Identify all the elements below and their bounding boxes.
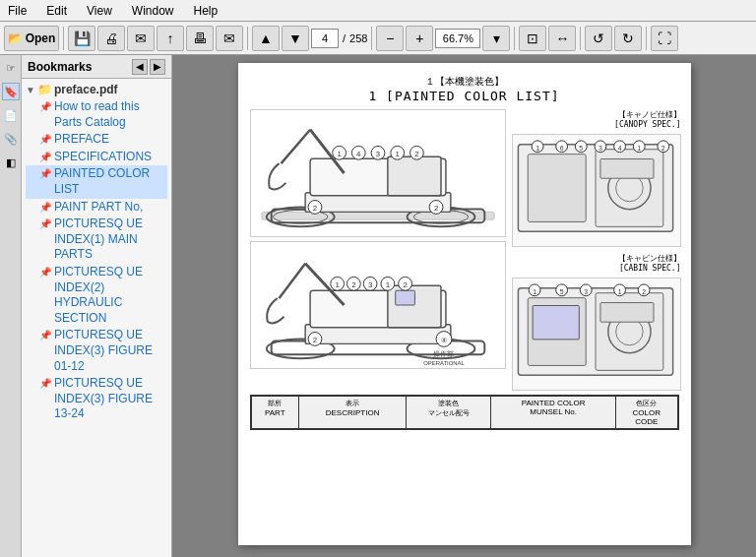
- bookmark-picturesq-3a[interactable]: 📌 PICTURESQ UE INDEX(3) FIGURE 01-12: [26, 327, 167, 375]
- chevron-down-icon: ▾: [493, 31, 500, 46]
- toolbar: 📂 Open 💾 🖨 ✉ ↑ 🖶 ✉ ▲ ▼ / 258 − + ▾ ⊡ ↔ ↺…: [0, 22, 756, 55]
- canopy-detail-diagram: 1 6 5 3 4 1 2: [512, 134, 681, 247]
- svg-rect-55: [599, 159, 653, 179]
- toolbar-separator-5: [580, 27, 581, 50]
- zoom-in-icon: +: [415, 31, 423, 46]
- bookmark-file-root[interactable]: ▼ 📁 preface.pdf: [26, 83, 167, 96]
- right-diagrams: 【キャノピ仕様】 [CANOPY SPEC.]: [512, 109, 681, 391]
- open-button[interactable]: 📂 Open: [4, 26, 59, 51]
- upload-icon: ↑: [167, 31, 174, 46]
- menu-edit[interactable]: Edit: [42, 2, 71, 20]
- bookmark-tree: ▼ 📁 preface.pdf 📌 How to read this Parts…: [22, 79, 171, 427]
- cabin-detail-diagram: 1 5 3 1 2: [512, 278, 681, 391]
- page-down-button[interactable]: ▼: [282, 26, 309, 51]
- page-number-input[interactable]: [311, 29, 339, 48]
- svg-text:3: 3: [584, 288, 588, 295]
- file-toggle-icon[interactable]: ▼: [26, 85, 35, 95]
- left-diagrams: 1 4 3 1 2 2 2: [250, 109, 506, 391]
- svg-text:4: 4: [617, 145, 621, 152]
- print-settings-icon: 🖨: [104, 31, 118, 46]
- svg-text:2: 2: [312, 204, 316, 213]
- menu-window[interactable]: Window: [128, 2, 178, 20]
- zoom-dropdown-button[interactable]: ▾: [482, 26, 510, 51]
- fit-width-button[interactable]: ↔: [548, 26, 576, 51]
- svg-rect-0: [261, 212, 493, 219]
- attachments-icon[interactable]: 📎: [2, 130, 20, 148]
- sidebar-header: Bookmarks ◀ ▶: [22, 55, 171, 79]
- bookmark-item-icon-9: 📌: [39, 377, 51, 390]
- toolbar-separator-3: [371, 27, 372, 50]
- bookmark-label-6: PICTURESQ UE INDEX(1) MAIN PARTS: [54, 217, 167, 263]
- bookmark-paint-part-no[interactable]: 📌 PAINT PART No,: [26, 199, 167, 217]
- zoom-input[interactable]: [435, 29, 480, 48]
- menu-file[interactable]: File: [4, 2, 31, 20]
- svg-text:5: 5: [579, 145, 583, 152]
- pdf-page: １【本機塗装色】 1 [PAINTED COLOR LIST]: [238, 63, 691, 545]
- folder-icon: 📂: [8, 31, 23, 45]
- zoom-in-button[interactable]: +: [406, 26, 433, 51]
- menu-help[interactable]: Help: [190, 2, 222, 20]
- bookmark-label-9: PICTURESQ UE INDEX(3) FIGURE 13-24: [54, 376, 167, 422]
- bookmarks-panel: Bookmarks ◀ ▶ ▼ 📁 preface.pdf: [22, 55, 171, 557]
- bookmark-item-icon-5: 📌: [39, 201, 51, 214]
- svg-text:OPERATIONAL: OPERATIONAL: [423, 360, 465, 366]
- bookmark-preface[interactable]: 📌 PREFACE: [26, 131, 167, 149]
- bookmark-label-8: PICTURESQ UE INDEX(3) FIGURE 01-12: [54, 328, 167, 374]
- fullscreen-button[interactable]: ⛶: [651, 26, 678, 51]
- svg-text:2: 2: [433, 204, 437, 213]
- bookmark-item-icon-7: 📌: [39, 266, 51, 278]
- fit-page-button[interactable]: ⊡: [519, 26, 546, 51]
- bookmark-picturesq-3b[interactable]: 📌 PICTURESQ UE INDEX(3) FIGURE 13-24: [26, 375, 167, 423]
- sidebar: ☞ 🔖 📄 📎 ◧ Bookmarks ◀ ▶: [0, 55, 172, 557]
- pages-icon[interactable]: 📄: [2, 106, 20, 124]
- bookmark-painted-color-list[interactable]: 📌 PAINTED COLOR LIST: [26, 165, 167, 198]
- page-total: 258: [349, 32, 367, 44]
- bookmark-item-icon-4: 📌: [39, 167, 51, 180]
- page-navigation: / 258: [311, 29, 367, 48]
- upload-button[interactable]: ↑: [157, 26, 184, 51]
- bookmark-tree-scroll[interactable]: ▼ 📁 preface.pdf 📌 How to read this Parts…: [22, 79, 171, 557]
- pdf-viewer-area[interactable]: １【本機塗装色】 1 [PAINTED COLOR LIST]: [172, 55, 756, 557]
- bookmark-label: How to read this Parts Catalog: [54, 99, 167, 130]
- svg-rect-51: [528, 155, 586, 222]
- table-header-part: 部所PART: [251, 397, 299, 429]
- page-up-button[interactable]: ▲: [252, 26, 280, 51]
- svg-text:1: 1: [536, 145, 539, 152]
- arrow-down-icon: ▼: [288, 31, 302, 46]
- svg-text:1: 1: [637, 145, 641, 152]
- bookmark-item-icon-6: 📌: [39, 217, 51, 230]
- toolbar-separator-6: [646, 27, 647, 50]
- bookmark-picturesq-1[interactable]: 📌 PICTURESQ UE INDEX(1) MAIN PARTS: [26, 216, 167, 264]
- page-title-area: １【本機塗装色】 1 [PAINTED COLOR LIST]: [250, 75, 679, 103]
- expand-sidebar-button[interactable]: ◀: [132, 59, 148, 75]
- zoom-out-button[interactable]: −: [376, 26, 404, 51]
- menu-view[interactable]: View: [83, 2, 116, 20]
- print-button[interactable]: 🖶: [186, 26, 214, 51]
- rotate-cw-button[interactable]: ↻: [614, 26, 642, 51]
- layers-icon[interactable]: ◧: [2, 154, 20, 171]
- canopy-spec-label: 【キャノピ仕様】 [CANOPY SPEC.]: [512, 109, 681, 129]
- email-button[interactable]: ✉: [216, 26, 243, 51]
- rotate-ccw-button[interactable]: ↺: [585, 26, 612, 51]
- bookmark-specifications[interactable]: 📌 SPECIFICATIONS: [26, 149, 167, 166]
- pdf-title-jp: １【本機塗装色】: [250, 75, 679, 89]
- options-sidebar-button[interactable]: ▶: [150, 59, 165, 75]
- table-header-description: 表示DESCRIPTION: [299, 397, 407, 429]
- fullscreen-icon: ⛶: [658, 31, 671, 46]
- share-button[interactable]: ✉: [127, 26, 155, 51]
- svg-text:2: 2: [403, 280, 407, 289]
- save-button[interactable]: 💾: [68, 26, 95, 51]
- bookmark-how-to-read[interactable]: 📌 How to read this Parts Catalog: [26, 98, 167, 131]
- table-header-munsel-jp: 塗装色マンセル配号: [406, 397, 490, 429]
- svg-text:1: 1: [533, 288, 536, 295]
- bookmark-label-4: PAINTED COLOR LIST: [54, 166, 167, 197]
- canopy-excavator-diagram: 1 4 3 1 2 2 2: [250, 109, 506, 237]
- hand-tool-icon[interactable]: ☞: [2, 59, 20, 77]
- print-settings-button[interactable]: 🖨: [97, 26, 125, 51]
- bookmark-picturesq-2[interactable]: 📌 PICTURESQ UE INDEX(2) HYDRAULIC SECTIO…: [26, 264, 167, 327]
- bookmarks-icon[interactable]: 🔖: [2, 83, 20, 100]
- svg-text:④: ④: [440, 337, 446, 343]
- fit-width-icon: ↔: [555, 31, 569, 46]
- zoom-out-icon: −: [386, 31, 394, 46]
- share-icon: ✉: [135, 31, 147, 46]
